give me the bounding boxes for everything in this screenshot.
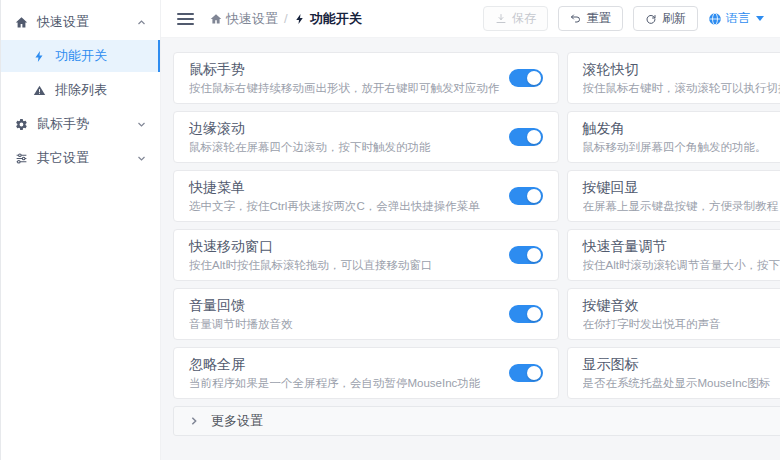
setting-card-quick-menu: 快捷菜单 选中文字，按住Ctrl再快速按两次C，会弹出快捷操作菜单 — [173, 170, 559, 222]
settings-grid: 鼠标手势 按住鼠标右键持续移动画出形状，放开右键即可触发对应动作 滚轮快切 按住… — [173, 52, 768, 436]
settings-content: 鼠标手势 按住鼠标右键持续移动画出形状，放开右键即可触发对应动作 滚轮快切 按住… — [161, 38, 780, 460]
setting-card-ignore-fullscreen: 忽略全屏 当前程序如果是一个全屏程序，会自动暂停MouseInc功能 — [173, 347, 559, 399]
setting-title: 快速移动窗口 — [189, 237, 500, 256]
main-pane: 快速设置 / 功能开关 保存 重置 刷新 — [161, 0, 780, 460]
setting-card-wheel-quick-switch: 滚轮快切 按住鼠标右键时，滚动滚轮可以执行切换动作（依赖鼠标手势） — [567, 52, 780, 104]
language-dropdown-button[interactable]: 语言 — [708, 10, 764, 27]
setting-card-edge-scroll: 边缘滚动 鼠标滚轮在屏幕四个边滚动，按下时触发的功能 — [173, 111, 559, 163]
setting-description: 当前程序如果是一个全屏程序，会自动暂停MouseInc功能 — [189, 376, 500, 391]
gear-icon — [15, 118, 28, 131]
breadcrumb-separator: / — [284, 11, 288, 26]
setting-description: 音量调节时播放音效 — [189, 317, 500, 332]
setting-description: 按住Alt时按住鼠标滚轮拖动，可以直接移动窗口 — [189, 258, 500, 273]
setting-description: 在你打字时发出悦耳的声音 — [583, 317, 780, 332]
setting-title: 忽略全屏 — [189, 355, 500, 374]
breadcrumb-quick-settings[interactable]: 快速设置 — [210, 10, 278, 28]
sidebar-item-label: 其它设置 — [37, 149, 128, 167]
setting-card-hot-corners: 触发角 鼠标移动到屏幕四个角触发的功能。 — [567, 111, 780, 163]
setting-description: 在屏幕上显示键盘按键，方便录制教程 — [583, 199, 780, 214]
app-window: 快速设置 功能开关 排除列表 鼠标手势 其它设置 — [0, 0, 780, 460]
setting-title: 快速音量调节 — [583, 237, 780, 256]
chevron-down-icon — [137, 154, 146, 163]
refresh-button[interactable]: 刷新 — [633, 6, 698, 31]
sidebar-item-label: 排除列表 — [55, 81, 146, 99]
setting-title: 触发角 — [583, 119, 780, 138]
home-icon — [210, 13, 222, 25]
more-settings-label: 更多设置 — [211, 412, 263, 430]
breadcrumb: 快速设置 / 功能开关 — [210, 10, 362, 28]
header-bar: 快速设置 / 功能开关 保存 重置 刷新 — [161, 0, 780, 38]
setting-card-show-tray-icon: 显示图标 是否在系统托盘处显示MouseInc图标 — [567, 347, 780, 399]
save-icon — [495, 13, 507, 25]
setting-description: 按住Alt时滚动滚轮调节音量大小，按下滚轮静音 — [583, 258, 780, 273]
setting-card-key-echo: 按键回显 在屏幕上显示键盘按键，方便录制教程 — [567, 170, 780, 222]
chevron-down-icon — [137, 120, 146, 129]
sidebar: 快速设置 功能开关 排除列表 鼠标手势 其它设置 — [1, 0, 161, 460]
lightning-icon — [294, 13, 306, 25]
header-actions: 保存 重置 刷新 语言 — [483, 6, 764, 31]
setting-description: 鼠标移动到屏幕四个角触发的功能。 — [583, 140, 780, 155]
sidebar-item-other-settings[interactable]: 其它设置 — [1, 142, 160, 174]
setting-title: 边缘滚动 — [189, 119, 500, 138]
setting-title: 按键回显 — [583, 178, 780, 197]
refresh-icon — [645, 13, 657, 25]
chevron-right-icon — [189, 416, 199, 426]
setting-card-volume-feedback: 音量回馈 音量调节时播放音效 — [173, 288, 559, 340]
setting-title: 音量回馈 — [189, 296, 500, 315]
sidebar-item-exclude-list[interactable]: 排除列表 — [1, 74, 160, 106]
setting-title: 快捷菜单 — [189, 178, 500, 197]
setting-title: 显示图标 — [583, 355, 780, 374]
sidebar-item-label: 鼠标手势 — [37, 115, 128, 133]
sidebar-item-mouse-gestures[interactable]: 鼠标手势 — [1, 108, 160, 140]
setting-description: 按住鼠标右键时，滚动滚轮可以执行切换动作（依赖鼠标手势） — [583, 81, 780, 96]
chevron-up-icon — [137, 18, 146, 27]
sliders-icon — [15, 152, 28, 165]
warning-icon — [33, 84, 46, 97]
sidebar-item-function-switches[interactable]: 功能开关 — [1, 40, 160, 72]
undo-icon — [570, 13, 582, 25]
sidebar-item-quick-settings[interactable]: 快速设置 — [1, 6, 160, 38]
globe-icon — [708, 12, 722, 26]
hamburger-menu-icon[interactable] — [177, 13, 194, 25]
setting-card-mouse-gesture: 鼠标手势 按住鼠标右键持续移动画出形状，放开右键即可触发对应动作 — [173, 52, 559, 104]
sidebar-item-label: 功能开关 — [55, 47, 144, 65]
breadcrumb-current-page: 功能开关 — [294, 10, 362, 28]
setting-description: 是否在系统托盘处显示MouseInc图标 — [583, 376, 780, 391]
setting-title: 按键音效 — [583, 296, 780, 315]
toggle-switch[interactable] — [509, 364, 543, 382]
toggle-switch[interactable] — [509, 187, 543, 205]
chevron-down-icon — [756, 16, 764, 21]
lightning-icon — [33, 50, 46, 63]
setting-title: 滚轮快切 — [583, 60, 780, 79]
sidebar-item-label: 快速设置 — [37, 13, 128, 31]
setting-card-quick-volume: 快速音量调节 按住Alt时滚动滚轮调节音量大小，按下滚轮静音 — [567, 229, 780, 281]
setting-description: 鼠标滚轮在屏幕四个边滚动，按下时触发的功能 — [189, 140, 500, 155]
setting-card-key-sound: 按键音效 在你打字时发出悦耳的声音 — [567, 288, 780, 340]
reset-button[interactable]: 重置 — [558, 6, 623, 31]
home-icon — [15, 16, 28, 29]
setting-title: 鼠标手势 — [189, 60, 500, 79]
save-button[interactable]: 保存 — [483, 6, 548, 31]
more-settings-expander[interactable]: 更多设置 — [173, 406, 780, 436]
setting-description: 选中文字，按住Ctrl再快速按两次C，会弹出快捷操作菜单 — [189, 199, 500, 214]
toggle-switch[interactable] — [509, 246, 543, 264]
setting-description: 按住鼠标右键持续移动画出形状，放开右键即可触发对应动作 — [189, 81, 500, 96]
toggle-switch[interactable] — [509, 305, 543, 323]
setting-card-quick-move-window: 快速移动窗口 按住Alt时按住鼠标滚轮拖动，可以直接移动窗口 — [173, 229, 559, 281]
toggle-switch[interactable] — [509, 128, 543, 146]
toggle-switch[interactable] — [509, 69, 543, 87]
